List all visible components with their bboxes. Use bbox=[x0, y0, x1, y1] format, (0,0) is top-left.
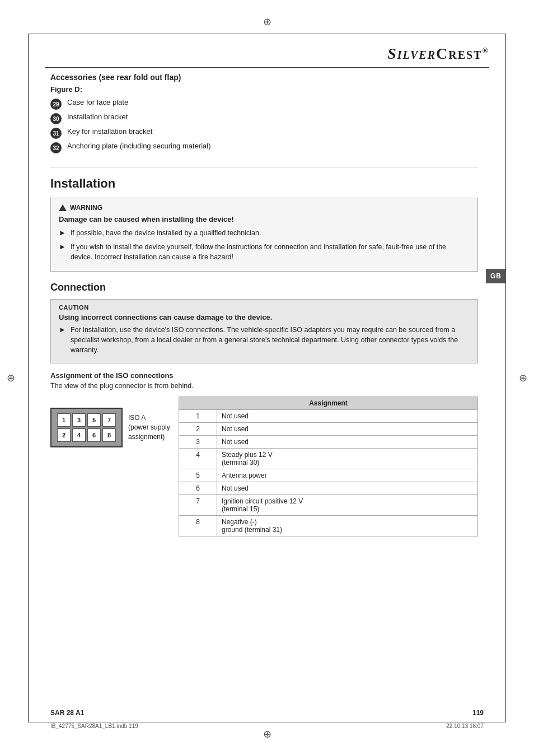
table-row: 7 Ignition circuit positive 12 V(termina… bbox=[179, 495, 478, 516]
plug-pin-2: 2 bbox=[57, 428, 71, 442]
table-row: 3 Not used bbox=[179, 436, 478, 449]
list-item: 32 Anchoring plate (including securing m… bbox=[50, 142, 478, 153]
bullet-text: If you wish to install the device yourse… bbox=[71, 242, 470, 262]
border-top bbox=[28, 34, 506, 34]
iso-heading: Assignment of the ISO connections bbox=[50, 371, 478, 380]
item-text: Anchoring plate (including securing mate… bbox=[67, 142, 211, 150]
figure-label: Figure D: bbox=[50, 85, 478, 94]
iso-label: ISO A (power supply assignment) bbox=[128, 396, 173, 441]
item-number: 32 bbox=[50, 142, 62, 153]
table-header: Assignment bbox=[179, 397, 478, 410]
accessories-heading: Accessories (see rear fold out flap) bbox=[50, 73, 478, 82]
item-number: 30 bbox=[50, 113, 62, 124]
bullet-arrow-icon: ► bbox=[59, 242, 66, 253]
plug-pin-6: 6 bbox=[87, 428, 101, 442]
iso-label-line3: assignment) bbox=[128, 432, 173, 442]
iso-subtext: The view of the plug connector is from b… bbox=[50, 382, 478, 390]
table-cell-num: 7 bbox=[179, 495, 217, 516]
divider bbox=[50, 167, 478, 167]
accessory-list: 29 Case for face plate 30 Installation b… bbox=[50, 98, 478, 153]
list-item: ► If you wish to install the device your… bbox=[59, 242, 470, 262]
installation-section: Installation WARNING Damage can be cause… bbox=[50, 176, 478, 536]
warning-bullets: ► If possible, have the device installed… bbox=[59, 228, 470, 262]
gb-tab: GB bbox=[486, 269, 506, 283]
plug-diagram: 1 3 5 7 2 4 6 8 bbox=[50, 408, 123, 447]
table-cell-assign: Ignition circuit positive 12 V(terminal … bbox=[217, 495, 477, 516]
table-cell-num: 6 bbox=[179, 482, 217, 495]
footer-date: 22.10.13 16:07 bbox=[446, 723, 484, 729]
connection-section: Connection CAUTION Using incorrect conne… bbox=[50, 282, 478, 536]
plug-pin-7: 7 bbox=[102, 413, 116, 427]
reg-mark-left: ⊕ bbox=[7, 372, 15, 384]
footer-page: 119 bbox=[472, 709, 484, 717]
table-cell-num: 3 bbox=[179, 436, 217, 449]
iso-layout: 1 3 5 7 2 4 6 8 ISO A (power supply assi… bbox=[50, 396, 478, 536]
border-right bbox=[505, 34, 506, 722]
table-row: 6 Not used bbox=[179, 482, 478, 495]
item-number: 31 bbox=[50, 128, 62, 139]
iso-label-line2: (power supply bbox=[128, 423, 173, 432]
table-row: 5 Antenna power bbox=[179, 469, 478, 482]
table-cell-assign: Not used bbox=[217, 436, 477, 449]
plug-pin-3: 3 bbox=[72, 413, 86, 427]
file-name: IB_42775_SAR28A1_LB1.indb 119 bbox=[50, 723, 138, 729]
list-item: ► For installation, use the device's ISO… bbox=[59, 325, 470, 355]
warning-subtitle: Damage can be caused when installing the… bbox=[59, 215, 470, 223]
table-row: 8 Negative (-)ground (terminal 31) bbox=[179, 516, 478, 536]
accessories-section: Accessories (see rear fold out flap) Fig… bbox=[50, 73, 478, 153]
item-number: 29 bbox=[50, 99, 62, 110]
iso-label-line1: ISO A bbox=[128, 413, 173, 423]
plug-pin-5: 5 bbox=[87, 413, 101, 427]
caution-bullets: ► For installation, use the device's ISO… bbox=[59, 325, 470, 355]
border-bottom bbox=[28, 722, 506, 722]
reg-mark-bottom: ⊕ bbox=[263, 728, 271, 740]
installation-heading: Installation bbox=[50, 176, 478, 191]
table-cell-num: 4 bbox=[179, 449, 217, 469]
table-cell-num: 8 bbox=[179, 516, 217, 536]
list-item: ► If possible, have the device installed… bbox=[59, 228, 470, 239]
warning-label: WARNING bbox=[70, 204, 102, 212]
footer-file-info: IB_42775_SAR28A1_LB1.indb 119 bbox=[50, 723, 138, 729]
logo-rule bbox=[45, 67, 489, 68]
table-cell-assign: Not used bbox=[217, 482, 477, 495]
table-cell-assign: Not used bbox=[217, 423, 477, 436]
item-text: Installation bracket bbox=[67, 113, 128, 121]
plug-pin-4: 4 bbox=[72, 428, 86, 442]
warning-box: WARNING Damage can be caused when instal… bbox=[50, 198, 478, 272]
footer-model: SAR 28 A1 bbox=[50, 709, 84, 717]
reg-mark-top: ⊕ bbox=[263, 16, 271, 28]
caution-box: CAUTION Using incorrect connections can … bbox=[50, 299, 478, 363]
reg-mark-right: ⊕ bbox=[519, 372, 527, 384]
main-content: Accessories (see rear fold out flap) Fig… bbox=[50, 73, 478, 545]
brand-logo: SilverCrest® bbox=[387, 45, 489, 63]
table-cell-assign: Steady plus 12 V(terminal 30) bbox=[217, 449, 477, 469]
bullet-arrow-icon: ► bbox=[59, 325, 66, 335]
table-cell-assign: Not used bbox=[217, 410, 477, 423]
connection-heading: Connection bbox=[50, 282, 478, 293]
table-row: 1 Not used bbox=[179, 410, 478, 423]
table-cell-num: 2 bbox=[179, 423, 217, 436]
plug-diagram-area: 1 3 5 7 2 4 6 8 bbox=[50, 408, 123, 447]
list-item: 29 Case for face plate bbox=[50, 98, 478, 110]
list-item: 31 Key for installation bracket bbox=[50, 127, 478, 139]
table-cell-assign: Antenna power bbox=[217, 469, 477, 482]
bullet-arrow-icon: ► bbox=[59, 228, 66, 239]
item-text: Key for installation bracket bbox=[67, 127, 152, 136]
warning-title: WARNING bbox=[59, 204, 470, 212]
item-text: Case for face plate bbox=[67, 98, 128, 106]
table-cell-assign: Negative (-)ground (terminal 31) bbox=[217, 516, 477, 536]
footer: SAR 28 A1 119 bbox=[50, 709, 484, 717]
caution-subtitle: Using incorrect connections can cause da… bbox=[59, 313, 470, 321]
bullet-text: If possible, have the device installed b… bbox=[71, 228, 261, 238]
plug-pin-1: 1 bbox=[57, 413, 71, 427]
caution-label: CAUTION bbox=[59, 304, 470, 311]
table-row: 4 Steady plus 12 V(terminal 30) bbox=[179, 449, 478, 469]
list-item: 30 Installation bracket bbox=[50, 113, 478, 124]
caution-text: For installation, use the device's ISO c… bbox=[71, 325, 470, 355]
table-row: 2 Not used bbox=[179, 423, 478, 436]
table-cell-num: 5 bbox=[179, 469, 217, 482]
table-cell-num: 1 bbox=[179, 410, 217, 423]
iso-table: Assignment 1 Not used 2 Not used bbox=[179, 396, 478, 536]
plug-pin-8: 8 bbox=[102, 428, 116, 442]
border-left bbox=[28, 34, 29, 722]
